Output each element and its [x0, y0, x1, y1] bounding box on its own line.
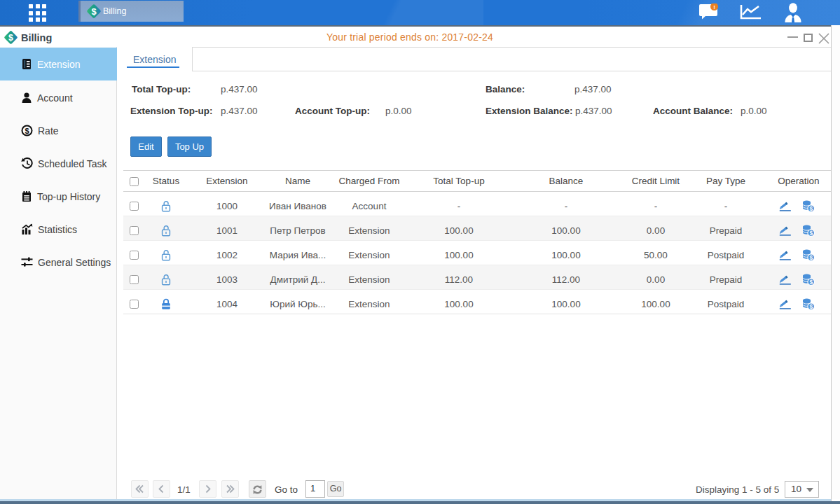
svg-text:$: $: [809, 229, 813, 236]
svg-text:$: $: [91, 6, 96, 16]
svg-text:$: $: [809, 253, 813, 260]
svg-text:$: $: [809, 204, 813, 211]
svg-text:$: $: [809, 302, 813, 309]
svg-text:$: $: [25, 127, 29, 135]
svg-text:$: $: [809, 278, 813, 285]
svg-text:!: !: [713, 4, 715, 10]
